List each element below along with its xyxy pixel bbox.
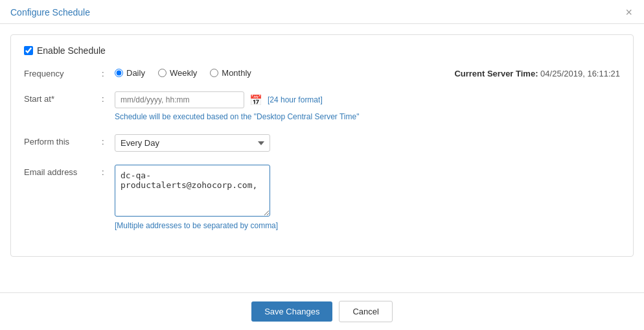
cancel-button[interactable]: Cancel	[339, 301, 392, 322]
dialog-footer: Save Changes Cancel	[0, 292, 644, 330]
radio-monthly-label[interactable]: Monthly	[210, 68, 251, 78]
format-hint: [24 hour format]	[268, 95, 323, 104]
perform-this-colon: :	[102, 134, 115, 147]
radio-daily[interactable]	[115, 69, 123, 77]
frequency-row: Frequency : Daily Weekly	[24, 66, 620, 78]
frequency-colon: :	[102, 66, 115, 78]
email-address-colon: :	[102, 165, 115, 177]
perform-this-label: Perform this	[24, 134, 102, 147]
start-at-content: 📅 [24 hour format] Schedule will be exec…	[115, 91, 620, 121]
radio-daily-label[interactable]: Daily	[115, 68, 145, 78]
configure-schedule-dialog: Configure Schedule × Enable Schedule Fre…	[0, 0, 644, 330]
radio-monthly[interactable]	[210, 69, 218, 77]
save-changes-button[interactable]: Save Changes	[251, 301, 332, 322]
close-button[interactable]: ×	[624, 6, 634, 18]
server-time-label: Current Server Time:	[454, 69, 538, 78]
content-box: Enable Schedule Frequency : Daily	[10, 34, 634, 257]
enable-schedule-row: Enable Schedule	[24, 45, 620, 56]
frequency-content: Daily Weekly Monthly	[115, 66, 620, 78]
enable-schedule-checkbox[interactable]	[24, 46, 33, 55]
perform-this-content: Every Day Every Week Every Month	[115, 134, 620, 152]
calendar-icon[interactable]: 📅	[249, 94, 262, 106]
radio-daily-text: Daily	[126, 68, 145, 78]
perform-this-select[interactable]: Every Day Every Week Every Month	[115, 134, 270, 152]
perform-this-row: Perform this : Every Day Every Week Ever…	[24, 134, 620, 152]
email-hint: [Multiple addresses to be separated by c…	[115, 221, 620, 230]
radio-monthly-text: Monthly	[222, 68, 251, 78]
radio-group: Daily Weekly Monthly	[115, 67, 251, 78]
frequency-options: Daily Weekly Monthly	[115, 66, 620, 78]
start-at-colon: :	[102, 91, 115, 104]
email-address-row: Email address : dc-qa-productalerts@zoho…	[24, 165, 620, 230]
email-address-label: Email address	[24, 165, 102, 177]
start-at-input-row: 📅 [24 hour format]	[115, 91, 620, 108]
schedule-note-link: Desktop Central Server Time	[257, 112, 356, 121]
radio-weekly-label[interactable]: Weekly	[158, 68, 197, 78]
email-address-content: dc-qa-productalerts@zohocorp.com, [Multi…	[115, 165, 620, 230]
enable-schedule-label[interactable]: Enable Schedule	[37, 45, 106, 56]
dialog-body: Enable Schedule Frequency : Daily	[0, 24, 644, 292]
schedule-note-suffix: "	[356, 112, 359, 121]
server-time-value: 04/25/2019, 16:11:21	[540, 69, 620, 78]
start-at-label: Start at*	[24, 91, 102, 104]
schedule-note: Schedule will be executed based on the "…	[115, 112, 620, 121]
radio-weekly[interactable]	[158, 69, 167, 77]
start-at-input[interactable]	[115, 91, 244, 108]
dialog-header: Configure Schedule ×	[0, 0, 644, 24]
dialog-title: Configure Schedule	[10, 7, 90, 18]
frequency-label: Frequency	[24, 66, 102, 78]
server-time: Current Server Time: 04/25/2019, 16:11:2…	[454, 66, 620, 78]
radio-weekly-text: Weekly	[170, 68, 197, 78]
schedule-note-prefix: Schedule will be executed based on the "	[115, 112, 257, 121]
start-at-row: Start at* : 📅 [24 hour format] Schedule …	[24, 91, 620, 121]
email-address-textarea[interactable]: dc-qa-productalerts@zohocorp.com,	[115, 165, 270, 217]
